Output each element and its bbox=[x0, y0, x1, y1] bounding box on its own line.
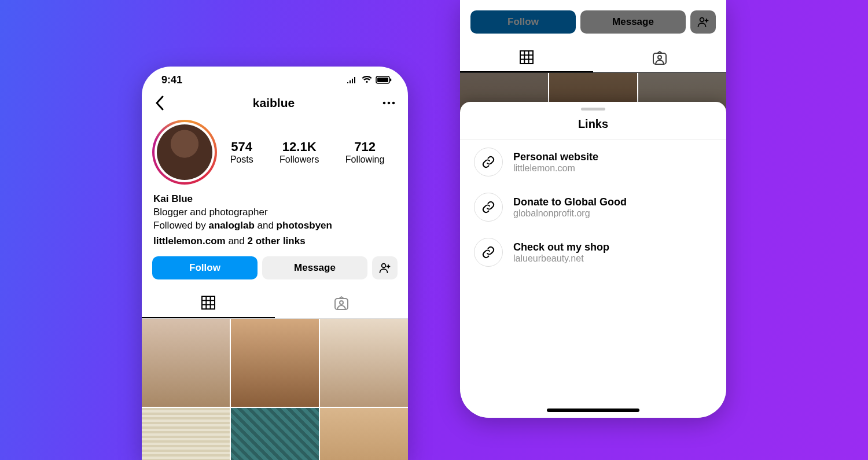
svg-rect-1 bbox=[377, 78, 388, 82]
tab-grid-bg bbox=[460, 43, 593, 72]
svg-point-3 bbox=[383, 102, 386, 105]
add-person-icon bbox=[697, 17, 709, 27]
status-time: 9:41 bbox=[161, 74, 182, 86]
svg-rect-11 bbox=[520, 51, 533, 64]
wifi-icon bbox=[362, 76, 372, 84]
display-name: Kai Blue bbox=[153, 193, 396, 206]
photo-grid bbox=[142, 319, 408, 460]
tab-grid[interactable] bbox=[142, 289, 275, 318]
profile-actions: Follow Message bbox=[142, 256, 408, 289]
message-button-bg: Message bbox=[580, 10, 686, 34]
tagged-icon bbox=[652, 50, 668, 66]
link-title: Personal website bbox=[513, 151, 598, 163]
link-row[interactable]: Check out my shop lalueurbeauty.net bbox=[460, 230, 726, 275]
stat-following[interactable]: 712 Following bbox=[345, 139, 385, 165]
more-icon[interactable] bbox=[382, 101, 395, 105]
bio-links[interactable]: littlelemon.com and 2 other links bbox=[153, 235, 396, 248]
link-icon bbox=[474, 148, 503, 176]
back-icon[interactable] bbox=[155, 95, 165, 111]
link-url: lalueurbeauty.net bbox=[513, 253, 609, 264]
tab-tagged-bg bbox=[593, 43, 726, 72]
link-icon bbox=[474, 238, 503, 267]
profile-bio: Kai Blue Blogger and photographer Follow… bbox=[142, 190, 408, 256]
profile-username: kaiblue bbox=[165, 96, 382, 110]
profile-tabs bbox=[142, 289, 408, 319]
svg-point-6 bbox=[382, 263, 386, 267]
link-title: Donate to Global Good bbox=[513, 196, 627, 208]
photo-cell[interactable] bbox=[231, 319, 319, 407]
profile-top: 574 Posts 12.1K Followers 712 Following bbox=[142, 116, 408, 190]
links-sheet: Links Personal website littlelemon.com D… bbox=[460, 102, 726, 418]
stat-posts[interactable]: 574 Posts bbox=[230, 139, 253, 165]
link-url: littlelemon.com bbox=[513, 163, 598, 174]
svg-point-9 bbox=[340, 301, 343, 304]
photo-cell[interactable] bbox=[142, 408, 230, 460]
svg-rect-2 bbox=[390, 79, 391, 82]
home-indicator[interactable] bbox=[547, 409, 639, 412]
status-bar: 9:41 bbox=[142, 67, 408, 93]
sheet-handle[interactable] bbox=[581, 108, 605, 111]
svg-point-13 bbox=[658, 56, 661, 59]
battery-icon bbox=[376, 76, 392, 84]
avatar-story-ring[interactable] bbox=[152, 120, 217, 185]
grid-icon bbox=[201, 295, 216, 310]
tab-tagged[interactable] bbox=[275, 289, 408, 318]
follow-button-bg: Follow bbox=[470, 10, 576, 34]
phone-links-sheet: Follow Message Links bbox=[460, 0, 726, 418]
add-person-icon bbox=[379, 263, 391, 273]
svg-point-5 bbox=[392, 102, 395, 105]
link-row[interactable]: Donate to Global Good globalnonprofit.or… bbox=[460, 185, 726, 230]
bio-line: Blogger and photographer bbox=[153, 206, 396, 219]
photo-cell[interactable] bbox=[142, 319, 230, 407]
follow-button[interactable]: Follow bbox=[152, 256, 258, 279]
link-row[interactable]: Personal website littlelemon.com bbox=[460, 139, 726, 185]
tagged-icon bbox=[333, 295, 350, 311]
sheet-title: Links bbox=[460, 117, 726, 139]
photo-cell[interactable] bbox=[320, 408, 408, 460]
status-icons bbox=[347, 76, 392, 84]
photo-cell[interactable] bbox=[320, 319, 408, 407]
svg-point-10 bbox=[700, 18, 704, 22]
link-icon bbox=[474, 193, 503, 222]
svg-point-4 bbox=[388, 102, 391, 105]
grid-icon bbox=[519, 50, 534, 65]
link-url: globalnonprofit.org bbox=[513, 208, 627, 219]
photo-cell[interactable] bbox=[231, 408, 319, 460]
followed-by[interactable]: Followed by analoglab and photosbyen bbox=[153, 219, 396, 233]
avatar bbox=[157, 124, 212, 180]
phone-profile: 9:41 kaiblue 574 P bbox=[142, 67, 408, 460]
cellular-icon bbox=[347, 76, 358, 84]
add-person-button-bg bbox=[690, 10, 716, 34]
svg-rect-7 bbox=[202, 296, 215, 309]
profile-header: kaiblue bbox=[142, 93, 408, 116]
link-title: Check out my shop bbox=[513, 241, 609, 253]
message-button[interactable]: Message bbox=[262, 256, 367, 279]
stat-followers[interactable]: 12.1K Followers bbox=[279, 139, 319, 165]
add-person-button[interactable] bbox=[372, 256, 398, 279]
